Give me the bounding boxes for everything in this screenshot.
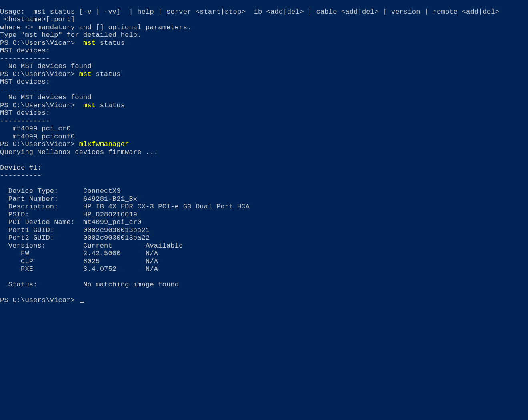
prompt-3: PS C:\Users\Vicar> — [0, 102, 79, 109]
versions-header: Versions: Current Available — [0, 242, 183, 250]
cursor-icon[interactable] — [80, 302, 84, 303]
cmd-mlxfwmanager: mlxfwmanager — [79, 140, 129, 148]
version-fw: FW 2.42.5000 N/A — [0, 250, 158, 257]
mst-device-2: mt4099_pciconf0 — [0, 133, 75, 140]
version-clp: CLP 8025 N/A — [0, 258, 158, 265]
mst-divider-3: ------------ — [0, 117, 50, 125]
prompt-5: PS C:\Users\Vicar> — [0, 296, 79, 304]
prompt-1: PS C:\Users\Vicar> — [0, 39, 79, 47]
mst-device-1: mt4099_pci_cr0 — [0, 125, 71, 132]
device-divider: ---------- — [0, 172, 42, 179]
pci-device-name: PCI Device Name: mt4099_pci_cr0 — [0, 218, 142, 226]
mst-none-1: No MST devices found — [0, 62, 92, 70]
mst-devices-header-2: MST devices: — [0, 78, 50, 86]
cmd-mst-1: mst — [79, 39, 96, 47]
terminal-output[interactable]: Usage: mst status [-v | -vv] | help | se… — [0, 0, 528, 304]
psid: PSID: HP_0280210019 — [0, 211, 137, 218]
cmd-status-3: status — [96, 102, 125, 109]
cmd-status-1: status — [96, 39, 125, 47]
mst-none-2: No MST devices found — [0, 94, 92, 101]
mst-divider-1: ------------ — [0, 55, 50, 62]
description: Description: HP IB 4X FDR CX-3 PCI-e G3 … — [0, 203, 250, 210]
device-header: Device #1: — [0, 164, 42, 172]
usage-line-4: Type "mst help" for detailed help. — [0, 31, 142, 39]
querying-line: Querying Mellanox devices firmware ... — [0, 148, 158, 156]
usage-line-1: Usage: mst status [-v | -vv] | help | se… — [0, 8, 499, 16]
part-number: Part Number: 649281-B21_Bx — [0, 195, 137, 203]
device-type: Device Type: ConnectX3 — [0, 187, 121, 195]
version-pxe: PXE 3.4.0752 N/A — [0, 265, 158, 273]
usage-line-3: where <> mandatory and [] optional param… — [0, 24, 191, 31]
mst-devices-header-3: MST devices: — [0, 109, 50, 117]
mst-devices-header-1: MST devices: — [0, 47, 50, 54]
port1-guid: Port1 GUID: 0002c9030013ba21 — [0, 226, 150, 234]
port2-guid: Port2 GUID: 0002c9030013ba22 — [0, 234, 150, 242]
mst-divider-2: ------------ — [0, 86, 50, 94]
cmd-mst-2: mst — [79, 70, 92, 78]
cmd-status-2: status — [92, 70, 121, 78]
usage-line-2: <hostname>[:port] — [0, 16, 75, 23]
prompt-2: PS C:\Users\Vicar> — [0, 70, 79, 78]
status-line: Status: No matching image found — [0, 281, 179, 288]
prompt-4: PS C:\Users\Vicar> — [0, 140, 79, 148]
cmd-mst-3: mst — [79, 102, 96, 109]
